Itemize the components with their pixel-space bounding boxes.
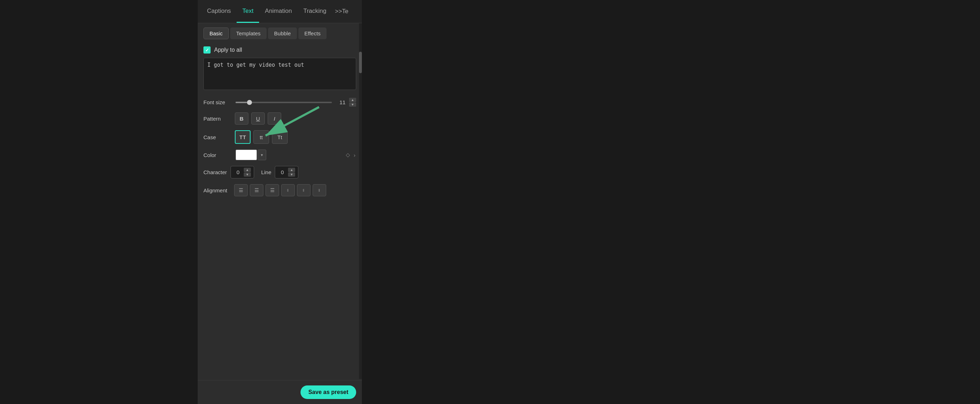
- text-panel: Captions Text Animation Tracking >>Te Ba…: [198, 0, 362, 404]
- pattern-label: Pattern: [204, 116, 232, 122]
- line-label: Line: [261, 169, 271, 175]
- line-value: 0: [278, 169, 286, 175]
- align-col2-button[interactable]: ⦀: [297, 184, 310, 196]
- font-size-stepper: ▲ ▼: [349, 98, 356, 107]
- apply-to-all-row: Apply to all: [198, 43, 362, 58]
- color-row: Color ▾ ◇ ›: [198, 147, 362, 164]
- apply-to-all-checkbox[interactable]: [204, 46, 210, 54]
- line-stepper: ▲ ▼: [288, 168, 295, 177]
- subtab-bubble[interactable]: Bubble: [268, 27, 297, 39]
- color-dropdown-button[interactable]: ▾: [258, 150, 266, 160]
- align-col3-button[interactable]: ⦀: [313, 184, 326, 196]
- character-value: 0: [234, 169, 242, 175]
- case-titlecase-button[interactable]: Tt: [272, 130, 288, 144]
- color-nav: ◇ ›: [345, 151, 356, 159]
- line-decrement[interactable]: ▼: [288, 172, 295, 177]
- color-swatch-container: ▾: [235, 150, 266, 160]
- color-swatch[interactable]: [235, 150, 257, 160]
- font-size-decrement[interactable]: ▼: [349, 102, 356, 107]
- font-size-slider[interactable]: [235, 102, 332, 103]
- align-col1-button[interactable]: ⦀: [281, 184, 295, 196]
- char-line-row: Character 0 ▲ ▼ Line 0 ▲ ▼: [198, 164, 362, 182]
- caption-text-input[interactable]: [204, 58, 356, 90]
- apply-to-all-label: Apply to all: [214, 47, 242, 53]
- case-lowercase-button[interactable]: tt: [253, 130, 269, 144]
- slider-fill: [235, 102, 247, 103]
- tab-tracking[interactable]: Tracking: [298, 0, 332, 23]
- case-row: Case TT tt Tt: [198, 128, 362, 147]
- subtab-templates[interactable]: Templates: [230, 27, 267, 39]
- font-size-row: Font size 11 ▲ ▼: [198, 95, 362, 110]
- scrollbar-thumb[interactable]: [359, 52, 362, 73]
- character-decrement[interactable]: ▼: [244, 172, 251, 177]
- line-input[interactable]: 0 ▲ ▼: [275, 166, 298, 178]
- text-area-container: [204, 58, 356, 91]
- scrollbar-track[interactable]: [359, 23, 362, 379]
- character-label: Character: [204, 169, 227, 175]
- top-tab-bar: Captions Text Animation Tracking >>Te: [198, 0, 362, 23]
- character-stepper: ▲ ▼: [244, 168, 251, 177]
- color-next-button[interactable]: ›: [353, 151, 356, 159]
- case-uppercase-button[interactable]: TT: [235, 130, 251, 144]
- case-label: Case: [204, 134, 232, 140]
- slider-thumb[interactable]: [247, 100, 252, 105]
- alignment-row: Alignment ☰ ☰ ☰ ⦀ ⦀ ⦀: [198, 182, 362, 200]
- bottom-bar: Save as preset: [198, 380, 362, 404]
- alignment-label: Alignment: [204, 188, 232, 193]
- font-size-slider-container[interactable]: [235, 102, 332, 103]
- tab-more[interactable]: >>Te: [332, 5, 351, 18]
- save-preset-button[interactable]: Save as preset: [301, 385, 356, 399]
- tab-text[interactable]: Text: [237, 0, 259, 23]
- font-size-label: Font size: [204, 99, 232, 105]
- bold-button[interactable]: B: [235, 113, 248, 124]
- tab-animation[interactable]: Animation: [259, 0, 298, 23]
- align-right-button[interactable]: ☰: [266, 184, 279, 196]
- subtab-effects[interactable]: Effects: [298, 27, 327, 39]
- subtab-basic[interactable]: Basic: [204, 27, 229, 39]
- font-size-value: 11: [336, 99, 345, 105]
- align-center-button[interactable]: ☰: [250, 184, 263, 196]
- line-increment[interactable]: ▲: [288, 168, 295, 172]
- color-prev-button[interactable]: ◇: [345, 151, 351, 159]
- font-size-increment[interactable]: ▲: [349, 98, 356, 102]
- pattern-row: Pattern B U I: [198, 110, 362, 128]
- character-increment[interactable]: ▲: [244, 168, 251, 172]
- italic-button[interactable]: I: [268, 113, 281, 124]
- character-input[interactable]: 0 ▲ ▼: [231, 166, 254, 178]
- sub-tab-bar: Basic Templates Bubble Effects: [198, 23, 362, 43]
- underline-button[interactable]: U: [251, 113, 265, 124]
- color-label: Color: [204, 152, 232, 158]
- align-left-button[interactable]: ☰: [234, 184, 248, 196]
- tab-captions[interactable]: Captions: [201, 0, 237, 23]
